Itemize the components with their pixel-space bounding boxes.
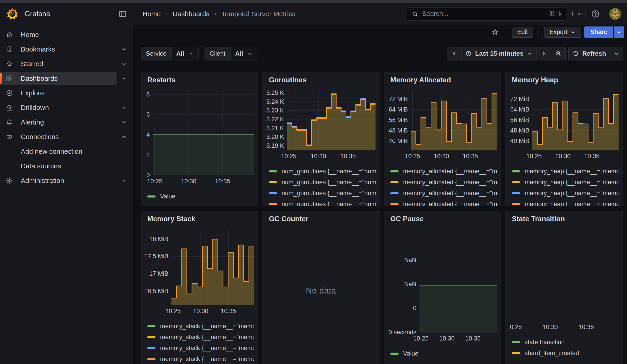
zoom-out-button[interactable]	[551, 47, 566, 60]
legend-item[interactable]: memory_heap {__name__="memory_heap"	[512, 177, 619, 188]
variable-dropdown-client[interactable]: Client All	[205, 47, 258, 60]
legend-item[interactable]: memory_allocated {__name__="memory_alloc…	[390, 188, 498, 199]
share-menu-button[interactable]	[613, 26, 624, 38]
brand-title: Grafana	[25, 10, 50, 18]
chevron-down-icon[interactable]	[121, 177, 127, 184]
legend-item[interactable]: Value	[147, 191, 255, 202]
avatar[interactable]	[609, 8, 621, 20]
svg-text:3.19 K: 3.19 K	[266, 142, 284, 149]
legend-item[interactable]: memory_heap {__name__="memory_heap"	[512, 188, 619, 199]
svg-text:64 MiB: 64 MiB	[389, 106, 408, 113]
breadcrumb-home[interactable]: Home	[143, 10, 161, 18]
legend-item[interactable]: memory_stack {__name__="memory_stack"	[147, 343, 255, 354]
sidebar-item-dashboards[interactable]: Dashboards	[0, 71, 133, 86]
divider	[506, 27, 506, 37]
sidebar-item-add-new-connection[interactable]: Add new connection	[0, 144, 133, 159]
breadcrumb-dashboards[interactable]: Dashboards	[173, 10, 209, 18]
panel-title[interactable]: Memory Stack	[147, 214, 255, 223]
variable-value[interactable]: All	[231, 47, 258, 60]
sidebar-item-alerting[interactable]: Alerting	[0, 115, 133, 130]
legend-item[interactable]: memory_stack {__name__="memory_stack"	[147, 354, 255, 364]
time-back-button[interactable]	[447, 47, 462, 60]
active-accent-bar	[0, 73, 1, 84]
legend-item[interactable]: num_goroutines {__name__="num_goroutines…	[269, 166, 376, 177]
sidebar-item-label: Explore	[21, 89, 44, 97]
panel-title[interactable]: Memory Allocated	[390, 75, 498, 85]
time-range-picker[interactable]: Last 15 minutes	[462, 47, 536, 60]
sidebar-item-data-sources[interactable]: Data sources	[0, 159, 133, 173]
panel-title[interactable]: GC Pause	[390, 214, 498, 223]
star-icon	[4, 60, 15, 68]
legend-item[interactable]: memory_allocated {__name__="memory_alloc…	[390, 166, 498, 177]
sidebar-item-label: Add new connection	[21, 148, 82, 155]
legend-item[interactable]: memory_heap {__name__="memory_heap"	[512, 199, 619, 206]
search-input[interactable]: Search... ⌘+k	[407, 7, 566, 20]
chevron-down-icon[interactable]	[121, 46, 127, 52]
panel-title[interactable]: Goroutines	[269, 75, 376, 85]
sidebar-item-administration[interactable]: Administration	[0, 173, 133, 188]
sidebar-item-label: Alerting	[21, 118, 44, 126]
chevron-down-icon[interactable]	[121, 75, 127, 82]
help-icon[interactable]	[590, 8, 601, 19]
main-area: Edit Export Share Service All	[133, 25, 627, 364]
panel-title[interactable]: State Transition	[512, 214, 619, 223]
sidebar-item-bookmarks[interactable]: Bookmarks	[0, 42, 133, 56]
panel-legend: Value	[147, 191, 255, 202]
legend-series-color	[147, 358, 156, 360]
grafana-logo-icon[interactable]	[6, 7, 19, 20]
legend-series-color	[512, 192, 520, 194]
legend-series-label: memory_stack {__name__="memory_stack"	[160, 356, 255, 363]
legend-item[interactable]: Value	[390, 348, 498, 359]
svg-text:48 MiB: 48 MiB	[389, 127, 408, 134]
legend-item[interactable]: memory_stack {__name__="memory_stack"	[147, 321, 255, 332]
legend-item[interactable]: memory_stack {__name__="memory_stack"	[147, 332, 255, 343]
legend-item[interactable]: state transition	[512, 337, 619, 348]
navbar-actions: Search... ⌘+k	[407, 3, 627, 25]
legend-series-color	[390, 192, 399, 194]
bell-icon	[4, 118, 15, 126]
legend-series-color	[512, 181, 520, 183]
panel-chart: 72 MiB64 MiB56 MiB48 MiB40 MiB10:2510:30…	[509, 87, 619, 162]
svg-text:10:25: 10:25	[405, 153, 420, 160]
sidebar-item-label: Connections	[21, 133, 59, 141]
legend-item[interactable]: memory_allocated {__name__="memory_alloc…	[390, 199, 498, 206]
chevron-down-icon[interactable]	[121, 104, 127, 111]
legend-item[interactable]: memory_allocated {__name__="memory_alloc…	[390, 177, 498, 188]
variable-dropdown-service[interactable]: Service All	[141, 47, 199, 60]
svg-text:48 MiB: 48 MiB	[510, 127, 529, 134]
sidebar-item-label: Starred	[21, 60, 43, 68]
refresh-interval-button[interactable]	[610, 47, 623, 60]
panel-memory-heap: Memory Heap 72 MiB64 MiB56 MiB48 MiB40 M…	[505, 72, 623, 206]
favorite-star-icon[interactable]	[490, 27, 501, 38]
legend-series-label: memory_heap {__name__="memory_heap"	[525, 201, 619, 207]
sidebar-item-connections[interactable]: Connections	[0, 130, 133, 144]
panel-legend: num_goroutines {__name__="num_goroutines…	[269, 166, 376, 206]
panel-memory-stack: Memory Stack 18 MiB17.5 MiB17 MiB16.5 Mi…	[141, 211, 258, 364]
edit-button[interactable]: Edit	[512, 27, 533, 38]
refresh-button[interactable]: Refresh	[569, 47, 610, 60]
legend-item[interactable]: memory_heap {__name__="memory_heap"	[512, 166, 619, 177]
new-button[interactable]	[571, 8, 581, 19]
connections-icon	[4, 133, 15, 141]
sidebar-item-starred[interactable]: Starred	[0, 56, 133, 71]
svg-text:0: 0	[146, 172, 150, 179]
chevron-up-icon[interactable]	[121, 134, 127, 140]
svg-text:10:35: 10:35	[584, 153, 599, 160]
export-button[interactable]: Export	[544, 27, 581, 38]
sidebar-item-explore[interactable]: Explore	[0, 86, 133, 100]
chevron-down-icon[interactable]	[121, 119, 127, 125]
chevron-down-icon[interactable]	[121, 61, 127, 67]
sidebar-toggle-icon[interactable]	[117, 8, 128, 19]
sidebar-item-drilldown[interactable]: Drilldown	[0, 100, 133, 115]
variable-value[interactable]: All	[172, 47, 198, 60]
legend-item[interactable]: num_goroutines {__name__="num_goroutines…	[269, 188, 376, 199]
share-button[interactable]: Share	[584, 26, 613, 38]
sidebar-item-home[interactable]: Home	[0, 27, 133, 42]
legend-item[interactable]: shard_item_created	[512, 348, 619, 359]
legend-item[interactable]: num_goroutines {__name__="num_goroutines…	[269, 199, 376, 206]
time-forward-button[interactable]	[536, 47, 551, 60]
time-range-label: Last 15 minutes	[475, 50, 523, 57]
legend-item[interactable]: num_goroutines {__name__="num_goroutines…	[269, 177, 376, 188]
panel-title[interactable]: Memory Heap	[512, 75, 619, 85]
panel-title[interactable]: Restarts	[147, 75, 255, 85]
